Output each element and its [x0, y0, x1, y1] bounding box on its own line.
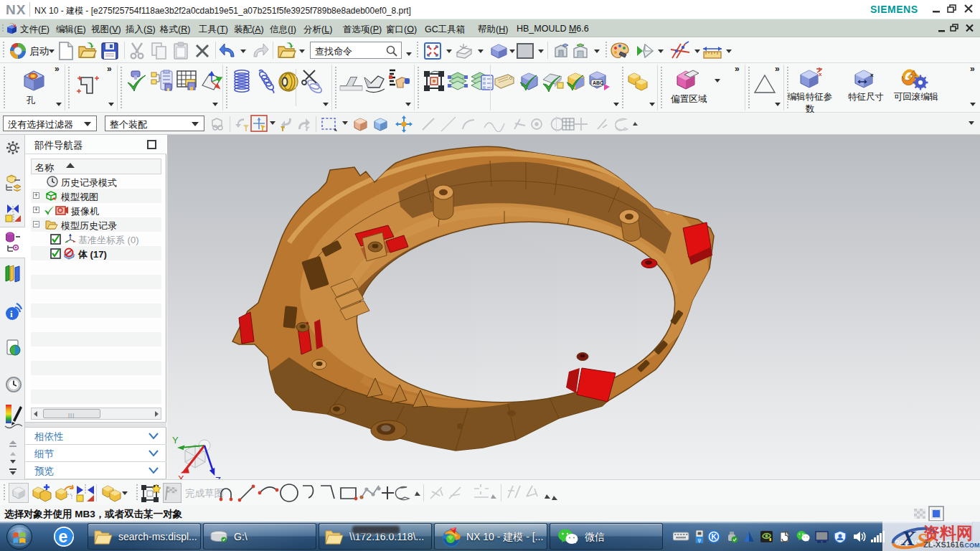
svg-text:Y: Y [172, 435, 179, 446]
svg-text:x: x [870, 72, 874, 78]
svg-text:x: x [819, 71, 822, 77]
svg-text:ABC: ABC [593, 80, 603, 85]
svg-text:ψ: ψ [698, 537, 702, 543]
svg-text:K: K [712, 533, 717, 541]
svg-text:X: X [900, 526, 916, 550]
svg-text:X: X [178, 474, 184, 479]
svg-text:i: i [10, 309, 13, 319]
svg-text:.COM: .COM [963, 542, 980, 549]
svg-text:ZL-XS1616: ZL-XS1616 [923, 540, 963, 549]
